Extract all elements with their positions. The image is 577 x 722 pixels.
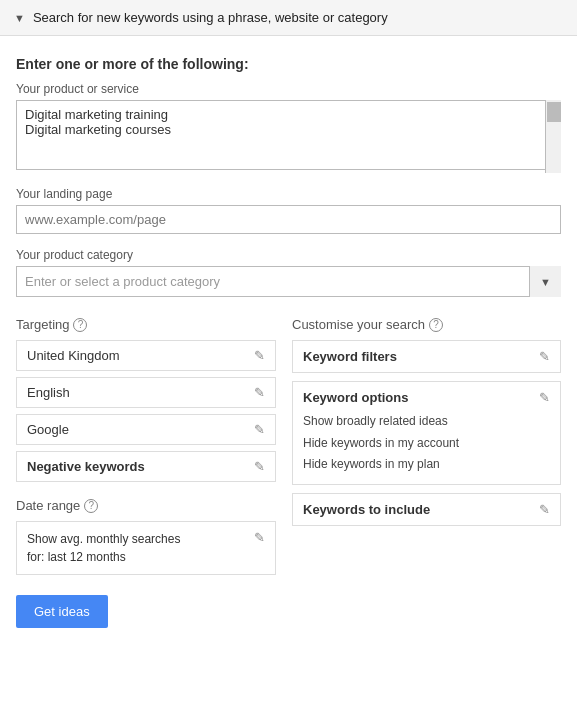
targeting-item-negative-kw[interactable]: Negative keywords ✎ [16,451,276,482]
customise-item-keyword-options-header: Keyword options ✎ [303,390,550,405]
customise-keyword-options-title: Keyword options [303,390,408,405]
targeting-item-google[interactable]: Google ✎ [16,414,276,445]
category-select[interactable]: Enter or select a product category [16,266,561,297]
kw-option-2: Hide keywords in my account [303,433,550,455]
date-range-heading-text: Date range [16,498,80,513]
targeting-help-icon[interactable]: ? [73,318,87,332]
search-header[interactable]: ▼ Search for new keywords using a phrase… [0,0,577,36]
product-textarea[interactable]: Digital marketing training Digital marke… [16,100,561,170]
collapse-arrow-icon: ▼ [14,12,25,24]
customise-item-keyword-filters-header: Keyword filters ✎ [303,349,550,364]
date-range-section: Date range ? Show avg. monthly searches … [16,498,276,575]
customise-keyword-filters-title: Keyword filters [303,349,397,364]
customise-keywords-include-edit-icon[interactable]: ✎ [539,502,550,517]
targeting-english-label: English [27,385,70,400]
right-column: Customise your search ? Keyword filters … [292,317,561,575]
customise-keyword-options-edit-icon[interactable]: ✎ [539,390,550,405]
customise-heading: Customise your search ? [292,317,561,332]
date-range-box[interactable]: Show avg. monthly searches for: last 12 … [16,521,276,575]
get-ideas-button[interactable]: Get ideas [16,595,108,628]
customise-item-keywords-to-include[interactable]: Keywords to include ✎ [292,493,561,526]
targeting-uk-edit-icon[interactable]: ✎ [254,348,265,363]
customise-item-keyword-options[interactable]: Keyword options ✎ Show broadly related i… [292,381,561,485]
landing-label: Your landing page [16,187,561,201]
customise-item-keyword-filters[interactable]: Keyword filters ✎ [292,340,561,373]
customise-keyword-options-list: Show broadly related ideas Hide keywords… [303,411,550,476]
two-col-layout: Targeting ? United Kingdom ✎ English ✎ G… [16,317,561,575]
product-field-wrapper: Digital marketing training Digital marke… [16,100,561,173]
scrollbar [545,100,561,173]
customise-keyword-filters-edit-icon[interactable]: ✎ [539,349,550,364]
header-title: Search for new keywords using a phrase, … [33,10,388,25]
category-label: Your product category [16,248,561,262]
targeting-google-edit-icon[interactable]: ✎ [254,422,265,437]
date-range-edit-icon[interactable]: ✎ [254,530,265,545]
customise-help-icon[interactable]: ? [429,318,443,332]
landing-input[interactable] [16,205,561,234]
targeting-negative-kw-label: Negative keywords [27,459,145,474]
targeting-english-edit-icon[interactable]: ✎ [254,385,265,400]
customise-keywords-include-title: Keywords to include [303,502,430,517]
targeting-item-uk[interactable]: United Kingdom ✎ [16,340,276,371]
customise-item-keywords-to-include-header: Keywords to include ✎ [303,502,550,517]
category-select-wrapper: Enter or select a product category [16,266,561,297]
customise-heading-text: Customise your search [292,317,425,332]
form-heading: Enter one or more of the following: [16,56,561,72]
kw-option-3: Hide keywords in my plan [303,454,550,476]
targeting-heading: Targeting ? [16,317,276,332]
product-label: Your product or service [16,82,561,96]
targeting-negative-kw-edit-icon[interactable]: ✎ [254,459,265,474]
targeting-item-english[interactable]: English ✎ [16,377,276,408]
date-range-text: Show avg. monthly searches for: last 12 … [27,530,180,566]
date-range-help-icon[interactable]: ? [84,499,98,513]
scrollbar-thumb [547,102,561,122]
kw-option-1: Show broadly related ideas [303,411,550,433]
targeting-uk-label: United Kingdom [27,348,120,363]
targeting-google-label: Google [27,422,69,437]
targeting-heading-text: Targeting [16,317,69,332]
left-column: Targeting ? United Kingdom ✎ English ✎ G… [16,317,276,575]
date-range-heading: Date range ? [16,498,276,513]
